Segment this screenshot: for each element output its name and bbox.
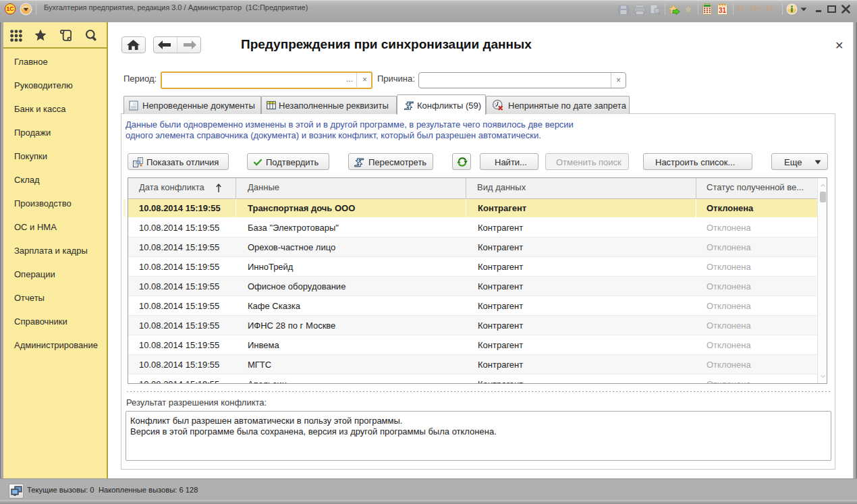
svg-text:1С: 1С	[7, 5, 14, 12]
svg-text:31: 31	[719, 7, 727, 14]
